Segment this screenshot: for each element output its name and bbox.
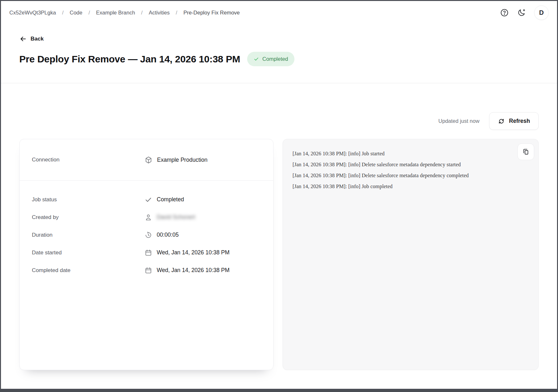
job-details-card: Connection Example Production bbox=[19, 139, 274, 370]
content-columns: Connection Example Production bbox=[19, 139, 539, 370]
log-output: [Jan 14, 2026 10:38 PM]: [info] Job star… bbox=[293, 151, 529, 189]
connection-label: Connection bbox=[32, 157, 144, 163]
created-by-value: David Schonert bbox=[157, 214, 195, 221]
status-badge-label: Completed bbox=[262, 56, 288, 62]
breadcrumb-item-current: Pre-Deploy Fix Remove bbox=[183, 10, 240, 16]
connection-value: Example Production bbox=[157, 157, 208, 163]
date-started-label: Date started bbox=[32, 250, 144, 256]
arrow-left-icon bbox=[19, 35, 27, 43]
page-head: Back Pre Deploy Fix Remove — Jan 14, 202… bbox=[1, 24, 557, 83]
breadcrumb-separator: / bbox=[88, 10, 90, 16]
refresh-label: Refresh bbox=[509, 118, 530, 124]
job-status-row: Job status Completed bbox=[32, 191, 261, 208]
log-line: [Jan 14, 2026 10:38 PM]: [info] Job comp… bbox=[293, 184, 529, 189]
copy-icon bbox=[522, 148, 530, 156]
breadcrumb-item-code[interactable]: Code bbox=[70, 10, 82, 16]
page-title: Pre Deploy Fix Remove — Jan 14, 2026 10:… bbox=[19, 54, 240, 65]
breadcrumb-item-branch[interactable]: Example Branch bbox=[96, 10, 135, 16]
breadcrumb-item-project[interactable]: Cx52eWvQt3PLgka bbox=[9, 10, 56, 16]
person-icon bbox=[144, 214, 152, 221]
help-icon bbox=[500, 8, 509, 17]
header-divider bbox=[1, 83, 557, 83]
title-row: Pre Deploy Fix Remove — Jan 14, 2026 10:… bbox=[19, 52, 539, 83]
copy-log-button[interactable] bbox=[517, 143, 534, 160]
completed-date-label: Completed date bbox=[32, 267, 144, 274]
check-icon bbox=[144, 196, 152, 204]
calendar-icon bbox=[144, 267, 152, 274]
breadcrumb-separator: / bbox=[141, 10, 143, 16]
refresh-button[interactable]: Refresh bbox=[489, 112, 539, 130]
app-window: Cx52eWvQt3PLgka / Code / Example Branch … bbox=[0, 0, 558, 392]
log-line: [Jan 14, 2026 10:38 PM]: [info] Delete s… bbox=[293, 162, 529, 168]
refresh-icon bbox=[498, 118, 505, 125]
duration-value: 00:00:05 bbox=[157, 232, 179, 238]
connection-row: Connection Example Production bbox=[20, 139, 273, 180]
breadcrumb-item-activities[interactable]: Activities bbox=[149, 10, 170, 16]
duration-row: Duration 00:00:05 bbox=[32, 226, 261, 244]
completed-date-value: Wed, Jan 14, 2026 10:38 PM bbox=[157, 267, 229, 274]
breadcrumb-separator: / bbox=[62, 10, 64, 16]
status-badge: Completed bbox=[247, 52, 294, 66]
topbar-actions: D bbox=[500, 5, 549, 20]
date-started-value: Wed, Jan 14, 2026 10:38 PM bbox=[157, 249, 229, 256]
log-panel: [Jan 14, 2026 10:38 PM]: [info] Job star… bbox=[283, 139, 539, 370]
log-line: [Jan 14, 2026 10:38 PM]: [info] Job star… bbox=[293, 151, 529, 157]
calendar-icon bbox=[144, 249, 152, 257]
moon-plus-icon bbox=[517, 8, 526, 17]
main-content: Updated just now Refresh Connection bbox=[1, 112, 557, 370]
back-button[interactable]: Back bbox=[19, 35, 44, 43]
completed-date-row: Completed date Wed, Jan 14, 2026 10:38 P… bbox=[32, 261, 261, 279]
toolbar: Updated just now Refresh bbox=[19, 112, 539, 130]
updated-status-text: Updated just now bbox=[438, 118, 479, 124]
avatar[interactable]: D bbox=[534, 5, 549, 20]
back-label: Back bbox=[31, 36, 44, 42]
dark-mode-toggle[interactable] bbox=[517, 8, 526, 17]
breadcrumb-separator: / bbox=[176, 10, 177, 16]
duration-label: Duration bbox=[32, 232, 144, 238]
timer-icon bbox=[144, 231, 152, 239]
created-by-label: Created by bbox=[32, 214, 144, 221]
help-button[interactable] bbox=[500, 8, 509, 17]
cube-icon bbox=[144, 156, 153, 164]
job-status-value: Completed bbox=[157, 196, 184, 203]
check-icon bbox=[254, 56, 259, 62]
log-line: [Jan 14, 2026 10:38 PM]: [info] Delete s… bbox=[293, 173, 529, 178]
created-by-row: Created by David Schonert bbox=[32, 208, 261, 226]
job-status-label: Job status bbox=[32, 196, 144, 203]
topbar: Cx52eWvQt3PLgka / Code / Example Branch … bbox=[1, 1, 557, 24]
breadcrumb: Cx52eWvQt3PLgka / Code / Example Branch … bbox=[9, 10, 240, 16]
detail-rows: Job status Completed Created by bbox=[20, 181, 273, 289]
date-started-row: Date started Wed, Jan 14, 2026 10:38 PM bbox=[32, 244, 261, 261]
